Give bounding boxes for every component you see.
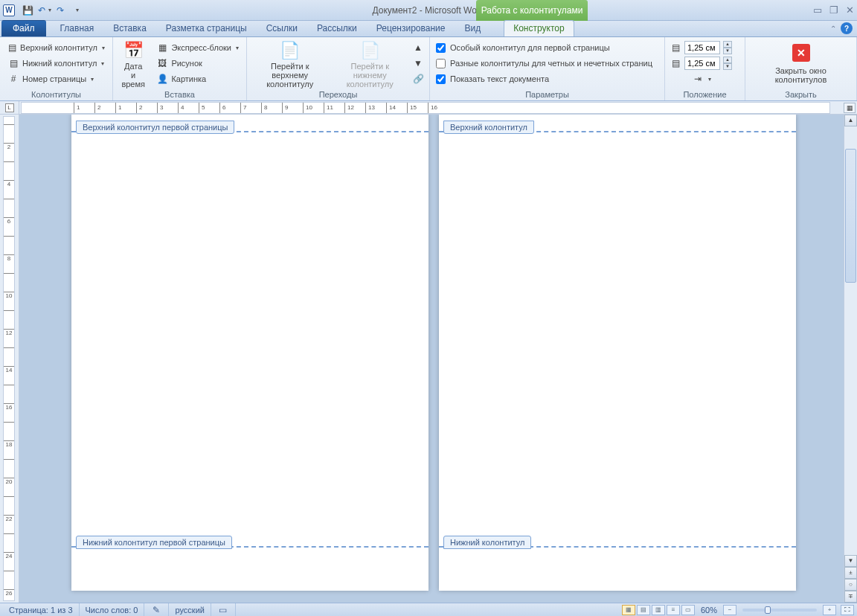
vertical-scrollbar[interactable]: ▲ ▼ ± ○ ∓ — [844, 115, 857, 603]
status-spellcheck[interactable]: ✎ — [144, 603, 169, 616]
picture-icon: 🖼 — [156, 57, 168, 69]
link-prev-button[interactable]: 🔗 — [411, 71, 425, 86]
goto-footer-button: 📄 Перейти к нижнему колонтитулу — [331, 39, 408, 88]
pagenum-dropdown[interactable]: #Номер страницы▾ — [4, 71, 108, 86]
goto-header-button[interactable]: 📄 Перейти к верхнему колонтитулу — [250, 39, 330, 88]
page-1[interactable]: Верхний колонтитул первой страницы Нижни… — [71, 115, 428, 591]
tab-references[interactable]: Ссылки — [257, 20, 307, 36]
qat-save-button[interactable]: 💾 — [20, 3, 35, 18]
page-down-icon: 📄 — [358, 41, 382, 60]
spin-down[interactable]: ▼ — [723, 63, 732, 70]
close-header-footer-button[interactable]: ✕ Закрыть окно колонтитулов — [770, 39, 832, 88]
align-tab-button[interactable]: ⇥▾ — [670, 71, 734, 86]
datetime-button[interactable]: 📅 Дата и время — [116, 39, 150, 88]
tab-review[interactable]: Рецензирование — [367, 20, 455, 36]
window-title: Документ2 - Microsoft Word — [372, 5, 484, 16]
scroll-up-button[interactable]: ▲ — [844, 115, 857, 126]
tab-selector[interactable]: L — [0, 101, 19, 115]
chk-odd-even-box[interactable] — [436, 59, 446, 68]
clipart-label: Картинка — [171, 74, 206, 83]
tab-file[interactable]: Файл — [1, 20, 46, 36]
view-print-layout-button[interactable]: ▦ — [622, 605, 635, 615]
redo-icon: ↷ — [54, 4, 66, 16]
view-web-button[interactable]: ▥ — [652, 605, 665, 615]
minimize-button[interactable]: ▭ — [813, 4, 822, 16]
vertical-ruler[interactable]: 2468101214161820222426 — [0, 115, 19, 603]
view-fullscreen-button[interactable]: ▤ — [637, 605, 650, 615]
group-position: ▤ ▲▼ ▤ ▲▼ ⇥▾ Положение — [665, 37, 745, 100]
header-from-top-input[interactable] — [684, 41, 720, 54]
chk-first-page[interactable]: Особый колонтитул для первой страницы — [434, 40, 660, 55]
zoom-in-button[interactable]: + — [823, 605, 836, 615]
help-icon[interactable]: ? — [841, 22, 853, 34]
header-label: Верхний колонтитул — [20, 43, 97, 52]
header-dropdown[interactable]: ▤Верхний колонтитул▾ — [4, 40, 108, 55]
quickparts-dropdown[interactable]: ▦Экспресс-блоки▾ — [153, 40, 242, 55]
status-language[interactable]: русский — [169, 603, 211, 616]
tab-layout[interactable]: Разметка страницы — [156, 20, 257, 36]
scroll-track[interactable] — [844, 126, 857, 555]
close-x-icon: ✕ — [792, 44, 810, 62]
pagenum-icon: # — [7, 73, 19, 85]
tab-mailings[interactable]: Рассылки — [307, 20, 367, 36]
header-icon: ▤ — [7, 42, 17, 54]
page2-header-tag: Верхний колонтитул — [443, 121, 534, 134]
spin-up[interactable]: ▲ — [723, 41, 732, 48]
status-page[interactable]: Страница: 1 из 3 — [3, 603, 80, 616]
tab-insert[interactable]: Вставка — [103, 20, 156, 36]
group-close: ✕ Закрыть окно колонтитулов Закрыть — [745, 37, 857, 100]
picture-button[interactable]: 🖼Рисунок — [153, 56, 242, 71]
zoom-fullscreen-button[interactable]: ⛶ — [841, 605, 854, 615]
close-window-button[interactable]: ✕ — [846, 4, 854, 16]
next-page-button[interactable]: ∓ — [844, 591, 857, 603]
contextual-tab-label: Работа с колонтитулами — [476, 0, 588, 21]
chk-odd-even[interactable]: Разные колонтитулы для четных и нечетных… — [434, 56, 660, 71]
chk-first-page-box[interactable] — [436, 43, 446, 53]
page-2[interactable]: Верхний колонтитул Нижний колонтитул — [439, 115, 796, 591]
view-outline-button[interactable]: ≡ — [667, 605, 680, 615]
zoom-level[interactable]: 60% — [701, 606, 717, 615]
qat-undo-button[interactable]: ↶▾ — [36, 3, 51, 18]
footer-from-bottom-spinner[interactable]: ▤ ▲▼ — [670, 56, 734, 71]
qat-customize-button[interactable]: ▾ — [69, 3, 84, 18]
ruler-toggle-button[interactable]: ▦ — [844, 103, 856, 113]
word-app-icon: W — [3, 4, 15, 16]
title-bar: W 💾 ↶▾ ↷ ▾ Документ2 - Microsoft Word Ра… — [0, 0, 857, 21]
browse-object-button[interactable]: ○ — [844, 579, 857, 591]
goto-header-l1: Перейти к верхнему — [255, 62, 324, 80]
chk-show-doc-box[interactable] — [436, 74, 446, 84]
next-icon: ▼ — [414, 57, 423, 69]
header-from-top-spinner[interactable]: ▤ ▲▼ — [670, 40, 734, 55]
prev-page-button[interactable]: ± — [844, 567, 857, 579]
tab-home[interactable]: Главная — [51, 20, 104, 36]
save-icon: 💾 — [22, 4, 33, 16]
footer-from-bottom-input[interactable] — [684, 57, 720, 70]
nav-next-button[interactable]: ▼ — [411, 56, 425, 71]
zoom-slider[interactable] — [742, 609, 817, 612]
zoom-slider-handle[interactable] — [765, 606, 771, 614]
spin-down[interactable]: ▼ — [723, 48, 732, 54]
group-label-headers: Колонтитулы — [3, 89, 109, 100]
status-words[interactable]: Число слов: 0 — [80, 603, 145, 616]
clipart-button[interactable]: 👤Картинка — [153, 71, 242, 86]
zoom-out-button[interactable]: − — [723, 605, 736, 615]
tab-constructor[interactable]: Конструктор — [504, 20, 574, 36]
status-overtype[interactable]: ▭ — [211, 603, 236, 616]
qat-redo-button[interactable]: ↷ — [53, 3, 68, 18]
document-area[interactable]: Верхний колонтитул первой страницы Нижни… — [19, 115, 844, 603]
footer-dropdown[interactable]: ▤Нижний колонтитул▾ — [4, 56, 108, 71]
tab-view[interactable]: Вид — [455, 20, 490, 36]
minimize-ribbon-icon[interactable]: ⌃ — [830, 25, 836, 33]
scroll-thumb[interactable] — [845, 149, 856, 283]
chk-show-doc[interactable]: Показать текст документа — [434, 71, 660, 86]
restore-button[interactable]: ❐ — [829, 4, 838, 16]
tab-icon: ⇥ — [692, 73, 704, 85]
prev-icon: ▲ — [414, 42, 423, 54]
horizontal-ruler[interactable]: 1212345678910111213141516 — [21, 102, 830, 114]
view-draft-button[interactable]: ▭ — [681, 605, 695, 615]
page2-footer-tag: Нижний колонтитул — [443, 536, 531, 549]
spin-up[interactable]: ▲ — [723, 57, 732, 63]
nav-prev-button[interactable]: ▲ — [411, 40, 425, 55]
scroll-down-button[interactable]: ▼ — [844, 555, 857, 567]
picture-label: Рисунок — [171, 59, 202, 68]
